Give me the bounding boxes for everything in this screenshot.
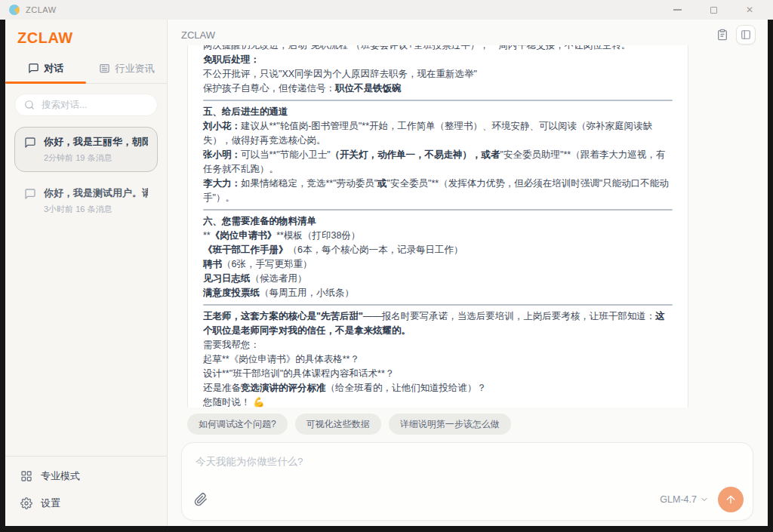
suggestion-chips: 如何调试这个问题?可视化这些数据详细说明第一步该怎么做 (187, 414, 511, 435)
sidebar: ZCLAW 对话行业资讯 搜索对话... 你好，我是王丽华，朝阳区...2分钟前… (5, 20, 168, 526)
suggestion-chip[interactable]: 详细说明第一步该怎么做 (389, 414, 511, 435)
app-body: ZCLAW 对话行业资讯 搜索对话... 你好，我是王丽华，朝阳区...2分钟前… (5, 20, 768, 526)
message-line: 见习日志纸（候选者用） (203, 272, 673, 286)
divider (203, 209, 673, 211)
close-icon: ✕ (746, 5, 753, 14)
message-line: 起草**《岗位申请书》的具体表格**？ (203, 352, 673, 367)
news-icon (99, 63, 110, 74)
conversation-title: 你好，我是王丽华，朝阳区... (44, 135, 148, 149)
sidebar-item-label: 专业模式 (41, 469, 80, 483)
model-selector[interactable]: GLM-4.7 (660, 494, 709, 505)
message-line: 保护孩子自尊心，但传递信号：职位不是铁饭碗 (203, 81, 673, 96)
conversation-item[interactable]: 你好，我是王丽华，朝阳区...2分钟前 19 条消息 (14, 127, 158, 172)
main-header: ZCLAW (168, 20, 768, 45)
chevron-down-icon (700, 495, 709, 504)
message-line: 刘小花：建议从**"轮值岗-图书管理员"**开始，工作简单（整理书）、环境安静、… (203, 119, 673, 148)
close-button[interactable]: ✕ (743, 3, 756, 17)
message-line: 需要我帮您： (203, 338, 673, 352)
tab-对话[interactable]: 对话 (5, 54, 86, 83)
message-line: 《班干部工作手册》（6本，每个核心岗一本，记录每日工作） (203, 243, 673, 257)
message-line: 两次提醒仍无改进，启动"免职流程"（班委会评议+全班投票过半），一周内平稳交接，… (203, 45, 673, 53)
sidebar-toggle-icon (741, 29, 751, 40)
arrow-up-icon (725, 494, 737, 506)
composer-right: GLM-4.7 (660, 487, 744, 512)
message-line: 聘书（6张，手写更郑重） (203, 257, 673, 272)
muscle-emoji: 💪 (251, 397, 265, 407)
conversation-body: 你好，我是王丽华，朝阳区...2分钟前 19 条消息 (44, 135, 148, 164)
header-actions (716, 25, 756, 45)
paperclip-icon[interactable] (194, 493, 208, 506)
app-window: ZCLAW ✕ ZCLAW 对话行业资讯 搜索对话... 你好，我是王丽华，朝阳… (0, 0, 773, 532)
main-panel: ZCLAW 两次提醒仍无改进，启动"免职流程"（班委会评议+全班投票过半），一周… (168, 20, 768, 526)
divider (203, 100, 673, 101)
assistant-message: 两次提醒仍无改进，启动"免职流程"（班委会评议+全班投票过半），一周内平稳交接，… (187, 45, 688, 407)
divider (203, 304, 673, 306)
composer-toolbar: GLM-4.7 (194, 487, 744, 512)
sidebar-footer: 专业模式设置 (5, 456, 167, 526)
conversation-body: 你好，我是测试用户。请确...3小时前 16 条消息 (44, 186, 148, 215)
sidebar-tabs: 对话行业资讯 (5, 54, 167, 84)
page-title: ZCLAW (181, 29, 215, 41)
search-icon (24, 100, 35, 110)
panel-toggle-button[interactable] (736, 25, 756, 45)
titlebar: ZCLAW ✕ (0, 0, 773, 20)
conversation-item[interactable]: 你好，我是测试用户。请确...3小时前 16 条消息 (14, 178, 158, 223)
app-logo-icon (9, 5, 20, 15)
maximize-icon (710, 7, 717, 14)
sidebar-item-label: 设置 (41, 497, 60, 510)
conversation-meta: 2分钟前 19 条消息 (44, 152, 148, 164)
send-button[interactable] (718, 487, 744, 512)
window-controls: ✕ (670, 3, 756, 17)
minimize-icon (673, 9, 682, 11)
message-line: **《岗位申请书》**模板（打印38份） (203, 229, 673, 243)
grid-icon (20, 470, 32, 482)
message-line: 免职后处理： (203, 53, 673, 67)
gear-icon (20, 497, 32, 509)
tab-label: 对话 (45, 62, 64, 75)
tab-label: 行业资讯 (115, 62, 155, 75)
clipboard-icon[interactable] (716, 29, 728, 41)
message-line: 六、您需要准备的物料清单 (203, 214, 673, 229)
message-line: 张小明：可以当**"节能小卫士"（开关灯，动作单一，不易走神），或者"安全委员助… (203, 148, 673, 177)
maximize-button[interactable] (707, 3, 720, 17)
message-line: 五、给后进生的通道 (203, 105, 673, 119)
suggestion-chip[interactable]: 如何调试这个问题? (187, 414, 288, 435)
sidebar-item-设置[interactable]: 设置 (10, 490, 162, 517)
chat-bubble-icon (24, 188, 36, 200)
message-line: 满意度投票纸（每周五用，小纸条） (203, 286, 673, 300)
model-label: GLM-4.7 (660, 494, 697, 505)
message-line: 设计**"班干部培训"的具体课程内容和话术**？ (203, 367, 673, 381)
message-input[interactable]: 今天我能为你做些什么? (182, 443, 753, 469)
minimize-button[interactable] (670, 3, 684, 17)
chat-bubble-icon (28, 63, 39, 74)
chat-scroll-area[interactable]: 两次提醒仍无改进，启动"免职流程"（班委会评议+全班投票过半），一周内平稳交接，… (187, 45, 688, 407)
message-line: 李大力：如果情绪稳定，竞选**"劳动委员"或"安全委员"**（发挥体力优势，但必… (203, 177, 673, 205)
message-line: 王老师，这套方案的核心是"先苦后甜"——报名时要写承诺，当选后要培训，上岗后要考… (203, 309, 673, 338)
tab-行业资讯[interactable]: 行业资讯 (86, 54, 167, 83)
chat-bubble-icon (24, 137, 36, 149)
message-line: 您随时说！ 💪 (203, 395, 673, 407)
conversation-list: 你好，我是王丽华，朝阳区...2分钟前 19 条消息你好，我是测试用户。请确..… (5, 127, 167, 223)
conversation-meta: 3小时前 16 条消息 (44, 204, 148, 215)
brand-logo: ZCLAW (5, 20, 167, 54)
sidebar-item-专业模式[interactable]: 专业模式 (10, 463, 162, 490)
message-line: 不公开批评，只说"XX同学因为个人原因辞去职务，现在重新选举" (203, 67, 673, 81)
search-input[interactable]: 搜索对话... (14, 94, 158, 116)
composer: 今天我能为你做些什么? GLM-4.7 (181, 442, 753, 521)
conversation-title: 你好，我是测试用户。请确... (44, 186, 148, 200)
window-title: ZCLAW (26, 5, 57, 14)
search-placeholder: 搜索对话... (42, 99, 87, 112)
message-line: 还是准备竞选演讲的评分标准（给全班看的，让他们知道投给谁）？ (203, 381, 673, 395)
suggestion-chip[interactable]: 可视化这些数据 (295, 414, 381, 435)
